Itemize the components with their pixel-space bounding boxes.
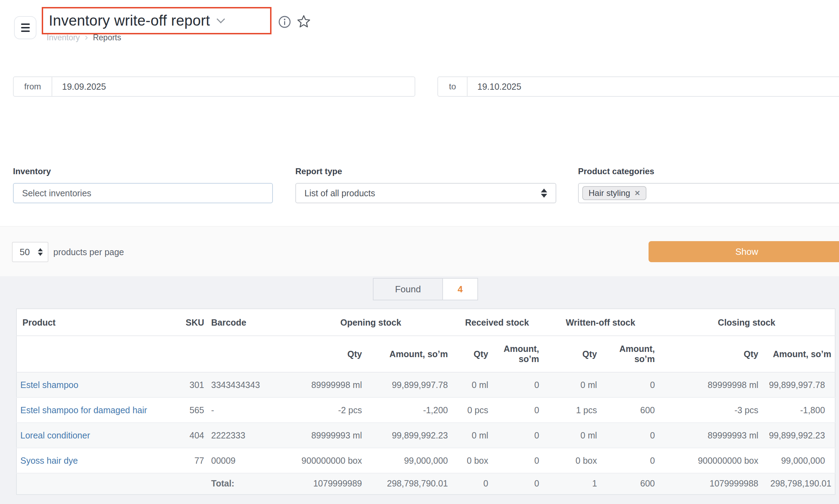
table-row: Estel shampoo for damaged hair565--2 pcs… [16, 397, 835, 423]
breadcrumb-reports: Reports [93, 33, 121, 42]
cell-value: 0 [600, 448, 658, 473]
total-value: 600 [600, 473, 658, 495]
cell-value: 900000000 box [658, 448, 762, 473]
col-header-qty: Qty [543, 336, 600, 372]
cell-value: 2222333 [208, 423, 290, 448]
col-header-amount: Amount, soʼm [365, 336, 451, 372]
per-page-label: products per page [53, 242, 124, 262]
cell-value: 0 box [543, 448, 600, 473]
col-group-opening-stock: Opening stock [290, 309, 451, 336]
select-arrows-icon [38, 248, 43, 256]
cell-value: 3343434343 [208, 372, 290, 397]
table-row: Loreal conditioner404222233389999993 ml9… [16, 423, 835, 448]
report-type-label: Report type [295, 166, 342, 176]
tag-remove-icon[interactable]: ✕ [635, 190, 640, 197]
cell-value: 0 ml [543, 423, 600, 448]
cell-value: 99,899,992.23 [762, 423, 835, 448]
date-to-field[interactable]: to 19.10.2025 [437, 76, 839, 97]
per-page-select[interactable]: 50 [12, 242, 48, 262]
cell-value: 0 [600, 372, 658, 397]
col-header-qty: Qty [658, 336, 762, 372]
cell-value: 0 pcs [451, 397, 492, 423]
breadcrumb: Inventory › Reports [47, 33, 121, 42]
cell-product: Estel shampoo [16, 372, 171, 397]
product-link[interactable]: Estel shampoo [20, 380, 78, 390]
product-link[interactable]: Loreal conditioner [20, 430, 90, 440]
date-from-input[interactable]: 19.09.2025 [52, 77, 106, 96]
cell-product: Syoss hair dye [16, 448, 171, 473]
cell-value: - [208, 397, 290, 423]
page: Inventory write-off report Inventory › R… [0, 0, 839, 504]
cell-value: 0 ml [451, 423, 492, 448]
table-row: Syoss hair dye7700009900000000 box99,000… [16, 448, 835, 473]
cell-value: 89999998 ml [290, 372, 365, 397]
cell-value: 0 ml [543, 372, 600, 397]
product-categories-input[interactable]: Hair styling ✕ [578, 183, 839, 203]
col-header-product: Product [16, 309, 171, 336]
cell-value: 301 [171, 372, 208, 397]
page-title: Inventory write-off report [49, 12, 210, 29]
col-header-sku: SKU [171, 309, 208, 336]
report-type-value: List of all products [304, 188, 375, 198]
cell-value: 565 [171, 397, 208, 423]
table-row: Estel shampoo301334343434389999998 ml99,… [16, 372, 835, 397]
total-value: 1079999988 [658, 473, 762, 495]
product-link[interactable]: Estel shampoo for damaged hair [20, 405, 147, 415]
product-link[interactable]: Syoss hair dye [20, 456, 78, 465]
cell-value: 89999993 ml [290, 423, 365, 448]
show-button[interactable]: Show [649, 241, 839, 262]
report-title-dropdown[interactable]: Inventory write-off report [49, 12, 225, 29]
cell-value: 89999993 ml [658, 423, 762, 448]
inventory-placeholder: Select inventories [22, 188, 91, 198]
cell-value: 0 [492, 448, 543, 473]
date-to-input[interactable]: 19.10.2025 [468, 77, 521, 96]
breadcrumb-separator-icon: › [85, 34, 88, 41]
col-header-amount: Amount, soʼm [492, 336, 543, 372]
breadcrumb-inventory[interactable]: Inventory [47, 33, 80, 42]
report-table: Product SKU Barcode Opening stock Receiv… [16, 308, 835, 495]
cell-value: 99,000,000 [762, 448, 835, 473]
cell-value: -1,200 [365, 397, 451, 423]
cell-value: 99,000,000 [365, 448, 451, 473]
report-type-select[interactable]: List of all products [295, 183, 556, 203]
table-total-row: Total:1079999989298,798,790.010016001079… [16, 473, 835, 495]
total-value: 0 [451, 473, 492, 495]
info-button[interactable] [278, 15, 291, 29]
results-section: Found 4 Product SKU Barcode Opening stoc… [0, 276, 839, 504]
cell-value: 0 [492, 397, 543, 423]
cell-value: 900000000 box [290, 448, 365, 473]
app-header: Inventory write-off report Inventory › R… [0, 0, 839, 60]
col-header-amount: Amount, soʼm [600, 336, 658, 372]
cell-value: -2 pcs [290, 397, 365, 423]
total-value: 0 [492, 473, 543, 495]
cell-value: 1 pcs [543, 397, 600, 423]
col-group-received-stock: Received stock [451, 309, 543, 336]
found-count-badge: 4 [443, 278, 478, 300]
cell-value: 0 [492, 423, 543, 448]
date-from-label: from [14, 77, 52, 96]
hamburger-icon [21, 23, 30, 25]
cell-value: -3 pcs [658, 397, 762, 423]
col-group-written-off-stock: Written-off stock [543, 309, 658, 336]
total-value: 1079999989 [290, 473, 365, 495]
cell-value: 99,899,997.78 [762, 372, 835, 397]
date-from-field[interactable]: from 19.09.2025 [13, 76, 415, 97]
cell-value: -1,800 [762, 397, 835, 423]
cell-value: 00009 [208, 448, 290, 473]
cell-value: 0 box [451, 448, 492, 473]
star-icon [296, 14, 311, 29]
table-header-sub: Qty Amount, soʼm Qty Amount, soʼm Qty Am… [16, 336, 835, 372]
filters-panel: from 19.09.2025 to 19.10.2025 Inventory … [0, 60, 839, 226]
info-icon [278, 15, 291, 28]
product-categories-label: Product categories [578, 166, 654, 176]
cell-value: 77 [171, 448, 208, 473]
menu-button[interactable] [14, 16, 36, 39]
chevron-down-icon [216, 15, 225, 23]
cell-value: 89999998 ml [658, 372, 762, 397]
col-header-qty: Qty [290, 336, 365, 372]
inventory-select-input[interactable]: Select inventories [13, 183, 273, 203]
per-page-value: 50 [20, 247, 30, 258]
total-label: Total: [208, 473, 290, 495]
date-to-label: to [438, 77, 468, 96]
favorite-button[interactable] [296, 14, 311, 30]
